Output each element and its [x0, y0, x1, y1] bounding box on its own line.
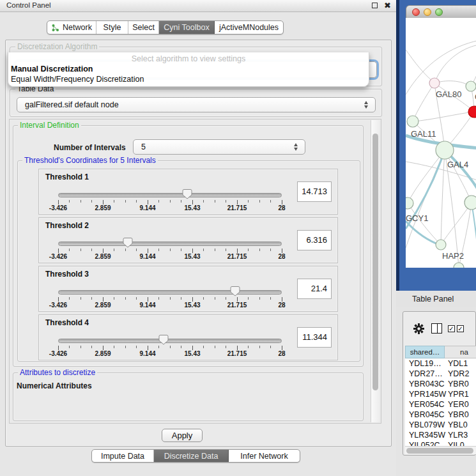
table-data-combo[interactable]: galFiltered.sif default node: [17, 97, 376, 112]
panel-scrollbar[interactable]: [371, 120, 380, 422]
slider-thumb[interactable]: [182, 188, 192, 199]
table-cell: YBR0: [446, 410, 469, 420]
slider-thumb[interactable]: [230, 286, 240, 296]
threshold-value-field[interactable]: 14.713: [297, 181, 332, 202]
thresholds-group: Threshold's Coordinates for 5 Intervals …: [17, 160, 360, 362]
threshold-panel: Threshold 1 -3.4262.8599.14415.4321.7152…: [38, 169, 338, 215]
tick-label: 2.859: [81, 204, 125, 211]
scrollbar-thumb[interactable]: [406, 448, 473, 454]
num-intervals-combo[interactable]: 5: [133, 139, 305, 155]
tick-label: 28: [259, 302, 304, 309]
minimize-traffic-light[interactable]: [424, 8, 431, 16]
tab-style[interactable]: Style: [96, 21, 128, 34]
table-cell: YBR0: [446, 379, 469, 389]
network-node-label: GAL4: [447, 160, 468, 169]
slider-ticks: [58, 249, 283, 253]
network-node[interactable]: [406, 197, 413, 209]
numerical-attributes-label: Numerical Attributes: [17, 381, 92, 390]
threshold-value-field[interactable]: 21.4: [297, 279, 332, 299]
tab-network[interactable]: Network: [47, 21, 96, 34]
network-node[interactable]: [464, 196, 476, 210]
tick-label: -3.426: [36, 302, 81, 309]
slider-track[interactable]: [58, 242, 282, 246]
slider-ticks: [58, 200, 283, 204]
checkbox-icon[interactable]: ✓: [457, 325, 464, 332]
table-row[interactable]: YDL19…YDL1: [405, 358, 476, 369]
table-row[interactable]: YBR045CYBR0: [405, 410, 476, 420]
tab-infer-network[interactable]: Infer Network: [229, 450, 300, 462]
settings-scroll-area: Interval Definition Number of Intervals …: [9, 119, 381, 424]
tick-label: 28: [259, 253, 304, 260]
checkbox-icon[interactable]: ✓: [448, 325, 455, 332]
network-node-label: HAP2: [442, 251, 464, 261]
table-row[interactable]: YDR27…YDR2: [405, 369, 476, 379]
tick-label: 21.715: [215, 302, 259, 309]
close-traffic-light[interactable]: [412, 8, 420, 16]
network-node[interactable]: [468, 106, 476, 118]
zoom-traffic-light[interactable]: [435, 8, 443, 16]
slider-track[interactable]: [58, 339, 282, 343]
split-columns-icon[interactable]: [431, 323, 442, 334]
popup-item-equal-width-frequency[interactable]: Equal Width/Frequency Discretization: [11, 75, 144, 84]
close-icon[interactable]: ✖: [384, 0, 391, 12]
table-row[interactable]: YBR043CYBR0: [405, 379, 476, 389]
control-panel: Control Panel ✖ Network Style Select Cyn…: [0, 0, 396, 476]
apply-button[interactable]: Apply: [162, 429, 203, 442]
tick-label: 15.43: [170, 253, 215, 260]
slider-ticks: [58, 297, 283, 302]
scrollbar-thumb[interactable]: [372, 134, 378, 390]
table-panel-titlebar: Table Panel: [396, 291, 476, 307]
tick-label: 21.715: [215, 350, 259, 357]
tab-impute-data[interactable]: Impute Data: [92, 450, 154, 462]
algorithm-dropdown-popup: Select algorithm to view settings Manual…: [8, 52, 369, 87]
network-node[interactable]: [429, 78, 440, 88]
network-node[interactable]: [436, 141, 454, 159]
tab-cyni-toolbox[interactable]: Cyni Toolbox: [159, 21, 215, 34]
table-hscrollbar[interactable]: [405, 446, 476, 454]
threshold-label: Threshold 3: [45, 270, 89, 279]
updown-arrows-icon: [364, 100, 369, 109]
tab-discretize-data[interactable]: Discretize Data: [154, 450, 229, 462]
network-node[interactable]: [407, 116, 418, 127]
tick-label: 9.144: [125, 350, 170, 357]
tab-jactivemnodules[interactable]: jActiveMNodules: [215, 21, 283, 34]
table-cell: YBL0: [446, 420, 468, 430]
tick-label: -3.426: [36, 253, 81, 260]
tick-label: 15.43: [170, 204, 215, 211]
slider-thumb[interactable]: [158, 334, 169, 345]
num-intervals-value: 5: [141, 140, 146, 154]
network-node[interactable]: [454, 263, 464, 268]
interval-definition-group: Interval Definition Number of Intervals …: [13, 125, 364, 367]
table-row[interactable]: YBL079WYBL0: [405, 420, 476, 430]
network-window-titlebar: [406, 5, 476, 18]
table-cell: YLR345W: [405, 430, 446, 440]
tab-select[interactable]: Select: [128, 21, 159, 34]
network-canvas[interactable]: GAL80GACGAL11GAL4GCY1HHAP2: [406, 18, 476, 268]
table-row[interactable]: YLR345WYLR3: [405, 430, 476, 440]
network-node[interactable]: [436, 240, 446, 250]
group-title: Discretization Algorithm: [15, 43, 99, 51]
attributes-group: Attributes to discretize Numerical Attri…: [13, 372, 364, 421]
screenshot-root: Control Panel ✖ Network Style Select Cyn…: [0, 0, 476, 476]
threshold-value-field[interactable]: 6.316: [297, 230, 332, 250]
table-cell: YBL079W: [405, 420, 446, 430]
slider-track[interactable]: [58, 193, 282, 197]
threshold-value-field[interactable]: 11.344: [297, 327, 332, 348]
table-cell: YDR27…: [405, 369, 446, 379]
tick-label: 15.43: [170, 350, 215, 357]
network-icon: [51, 24, 59, 32]
network-node[interactable]: [466, 81, 476, 91]
table-row[interactable]: YPR145WYPR1: [405, 389, 476, 399]
slider-thumb[interactable]: [123, 237, 133, 248]
column-header-name[interactable]: na: [445, 346, 476, 358]
popup-item-manual-discretization[interactable]: Manual Discretization: [11, 65, 93, 73]
column-header-shared-name[interactable]: shared…: [405, 346, 445, 358]
updown-arrows-icon: [293, 142, 299, 151]
slider-track[interactable]: [58, 290, 282, 295]
gear-icon[interactable]: [413, 323, 424, 334]
table-cell: YER054C: [405, 399, 446, 410]
tick-label: -3.426: [36, 350, 81, 357]
table-row[interactable]: YER054CYER0: [405, 399, 476, 410]
slider-ticks: [58, 346, 283, 350]
float-window-icon[interactable]: [372, 3, 378, 8]
